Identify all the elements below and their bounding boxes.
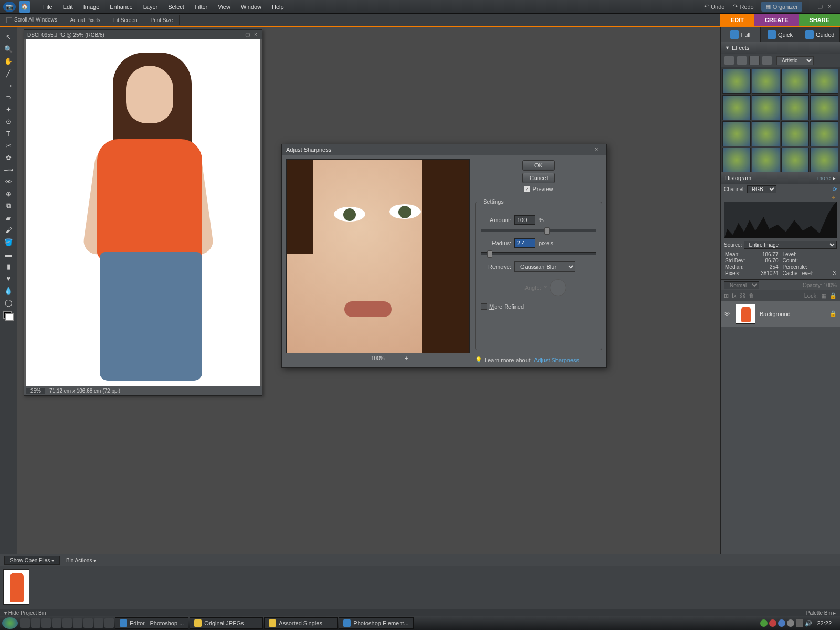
quicklaunch-icon[interactable]	[52, 618, 61, 628]
cookie-cutter-tool-icon[interactable]: ✿	[2, 152, 15, 163]
quicklaunch-icon[interactable]	[41, 618, 51, 628]
fx-icon[interactable]: fx	[732, 292, 737, 299]
menu-enhance[interactable]: Enhance	[104, 2, 138, 12]
effect-thumbnail[interactable]	[810, 69, 838, 94]
clone-tool-icon[interactable]: ⧉	[2, 200, 15, 212]
volume-icon[interactable]: 🔊	[805, 620, 812, 627]
visibility-icon[interactable]: 👁	[724, 311, 731, 317]
quicklaunch-icon[interactable]	[31, 618, 40, 628]
radius-slider[interactable]	[481, 252, 596, 255]
move-tool-icon[interactable]: ↖	[2, 31, 15, 43]
menu-window[interactable]: Window	[236, 2, 267, 12]
organizer-button[interactable]: ▦Organizer	[761, 2, 802, 12]
effects-filter-icon[interactable]	[724, 56, 734, 65]
type-tool-icon[interactable]: T	[2, 128, 15, 139]
tab-create[interactable]: CREATE	[754, 14, 799, 26]
color-swatches[interactable]	[3, 311, 14, 321]
more-refined-checkbox[interactable]	[481, 303, 487, 310]
actual-pixels-button[interactable]: Actual Pixels	[64, 15, 107, 25]
maximize-button[interactable]: ▢	[817, 3, 825, 10]
redeye-tool-icon[interactable]: 👁	[2, 176, 15, 187]
effect-thumbnail[interactable]	[781, 69, 810, 94]
doc-maximize-icon[interactable]: ▢	[244, 32, 250, 38]
zoom-out-button[interactable]: –	[348, 355, 351, 361]
print-size-button[interactable]: Print Size	[144, 15, 180, 25]
quicklaunch-icon[interactable]	[104, 618, 114, 628]
hand-tool-icon[interactable]: ✋	[2, 55, 15, 67]
tray-icon[interactable]	[787, 620, 794, 627]
effect-thumbnail[interactable]	[810, 121, 838, 146]
effect-thumbnail[interactable]	[752, 69, 780, 94]
radius-input[interactable]	[514, 238, 536, 248]
doc-close-icon[interactable]: ×	[253, 32, 259, 38]
menu-select[interactable]: Select	[163, 2, 190, 12]
amount-slider[interactable]	[481, 229, 596, 232]
effect-thumbnail[interactable]	[722, 148, 751, 172]
tab-edit[interactable]: EDIT	[720, 14, 754, 26]
eraser-tool-icon[interactable]: ▰	[2, 212, 15, 224]
gradient-tool-icon[interactable]: ▬	[2, 248, 15, 260]
document-canvas[interactable]	[26, 39, 260, 386]
effects-all-icon[interactable]	[762, 56, 772, 65]
custom-shape-tool-icon[interactable]: ♥	[2, 272, 15, 284]
clock[interactable]: 22:22	[814, 620, 835, 626]
tray-icon[interactable]	[796, 620, 803, 627]
hide-project-bin-button[interactable]: ▾ Hide Project Bin	[4, 610, 46, 616]
eyedropper-tool-icon[interactable]: ╱	[2, 67, 15, 79]
effect-thumbnail[interactable]	[781, 95, 810, 120]
taskbar-task[interactable]: Photoshop Element...	[339, 617, 413, 629]
minimize-button[interactable]: –	[807, 3, 814, 10]
link-icon[interactable]: ⛓	[740, 292, 746, 299]
menu-view[interactable]: View	[213, 2, 236, 12]
tab-share[interactable]: SHARE	[799, 14, 840, 26]
quicklaunch-icon[interactable]	[83, 618, 93, 628]
effects-photo-icon[interactable]	[749, 56, 760, 65]
dialog-close-icon[interactable]: ×	[595, 146, 602, 153]
mode-tab-quick[interactable]: Quick	[761, 27, 801, 42]
undo-button[interactable]: ↶Undo	[700, 2, 729, 11]
sponge-tool-icon[interactable]: ◯	[2, 297, 15, 308]
effect-thumbnail[interactable]	[752, 148, 780, 172]
start-button[interactable]	[2, 617, 18, 629]
fit-screen-button[interactable]: Fit Screen	[107, 15, 144, 25]
quicklaunch-icon[interactable]	[62, 618, 72, 628]
quicklaunch-icon[interactable]	[20, 618, 30, 628]
marquee-tool-icon[interactable]: ▭	[2, 79, 15, 91]
layer-thumbnail[interactable]	[736, 304, 755, 324]
straighten-tool-icon[interactable]: ⟿	[2, 164, 15, 175]
quicklaunch-icon[interactable]	[94, 618, 103, 628]
document-titlebar[interactable]: DSCF0955.JPG @ 25% (RGB/8) – ▢ ×	[24, 30, 262, 39]
learn-more-link[interactable]: Adjust Sharpness	[534, 357, 579, 363]
quicklaunch-icon[interactable]	[73, 618, 82, 628]
effect-thumbnail[interactable]	[722, 69, 751, 94]
effect-thumbnail[interactable]	[781, 121, 810, 146]
blur-tool-icon[interactable]: 💧	[2, 285, 15, 296]
effect-thumbnail[interactable]	[722, 95, 751, 120]
blend-mode-select[interactable]: Normal	[724, 281, 759, 289]
menu-filter[interactable]: Filter	[190, 2, 213, 12]
bin-thumbnail[interactable]	[3, 569, 29, 605]
layer-row[interactable]: 👁 Background 🔒	[721, 301, 840, 327]
effects-category-select[interactable]: Artistic	[776, 56, 814, 65]
scroll-all-checkbox[interactable]: Scroll All Windows	[0, 15, 64, 25]
effect-thumbnail[interactable]	[781, 148, 810, 172]
effect-thumbnail[interactable]	[810, 148, 838, 172]
refresh-icon[interactable]: ⟳	[833, 186, 837, 192]
paint-bucket-tool-icon[interactable]: 🪣	[2, 236, 15, 248]
effects-panel-header[interactable]: ▼Effects	[721, 42, 840, 54]
menu-file[interactable]: File	[38, 2, 58, 12]
zoom-level[interactable]: 25%	[26, 388, 45, 394]
magic-wand-tool-icon[interactable]: ✦	[2, 103, 15, 115]
bin-actions-menu[interactable]: Bin Actions ▾	[66, 558, 96, 563]
show-open-files-select[interactable]: Show Open Files ▾	[4, 556, 60, 565]
zoom-in-button[interactable]: +	[405, 355, 408, 361]
mode-tab-guided[interactable]: Guided	[800, 27, 840, 42]
crop-tool-icon[interactable]: ✂	[2, 140, 15, 151]
amount-input[interactable]	[514, 215, 536, 225]
menu-image[interactable]: Image	[78, 2, 105, 12]
close-button[interactable]: ×	[828, 3, 835, 10]
zoom-tool-icon[interactable]: 🔍	[2, 43, 15, 55]
effect-thumbnail[interactable]	[810, 95, 838, 120]
home-button[interactable]: 🏠	[19, 1, 30, 13]
effect-thumbnail[interactable]	[752, 121, 780, 146]
